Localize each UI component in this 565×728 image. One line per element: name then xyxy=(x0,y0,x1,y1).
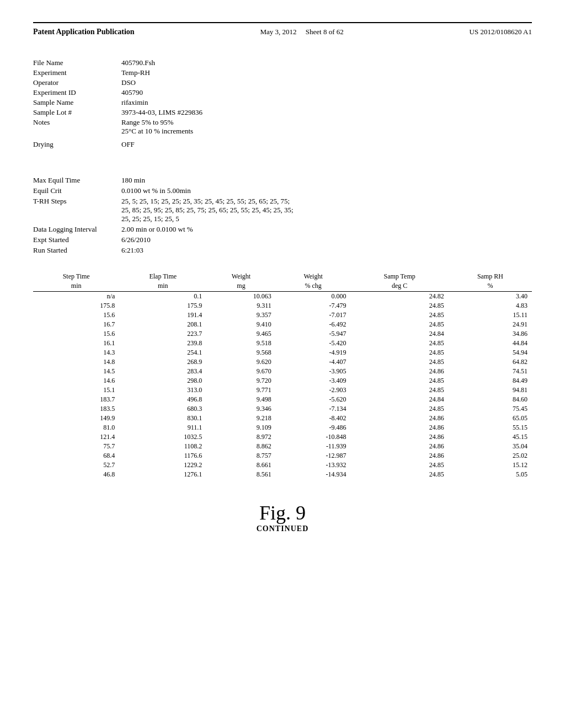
table-cell: 0.000 xyxy=(276,292,351,302)
meta-label-expid: Experiment ID xyxy=(33,88,121,97)
table-cell: 16.1 xyxy=(33,339,119,348)
table-cell: 149.9 xyxy=(33,414,119,423)
col-header-weightchg-1: Weight xyxy=(276,271,351,281)
table-cell: 84.60 xyxy=(449,395,532,404)
table-cell: 10.063 xyxy=(206,292,275,302)
equil-section: Max Equil Time 180 min Equil Crit 0.0100… xyxy=(33,176,532,255)
table-row: 16.1239.89.518-5.42024.8544.84 xyxy=(33,339,532,348)
table-cell: 14.8 xyxy=(33,357,119,367)
table-cell: 9.311 xyxy=(206,301,275,311)
table-cell: 175.8 xyxy=(33,301,119,311)
table-cell: 8.661 xyxy=(206,461,275,470)
trh-line1: 25, 5; 25, 15; 25, 25; 25, 35; 25, 45; 2… xyxy=(121,197,532,206)
table-cell: -3.905 xyxy=(276,367,351,376)
table-cell: 24.86 xyxy=(350,414,448,423)
trh-line3: 25, 25; 25, 15; 25, 5 xyxy=(121,215,532,223)
table-cell: 25.02 xyxy=(449,451,532,461)
figure-caption: Fig. 9 CONTINUED xyxy=(33,501,532,533)
table-cell: 94.81 xyxy=(449,386,532,395)
meta-row-samplename: Sample Name rifaximin xyxy=(33,98,532,107)
equil-row-runstarted: Run Started 6:21:03 xyxy=(33,246,532,255)
table-cell: 24.85 xyxy=(350,470,448,479)
header-center: May 3, 2012 Sheet 8 of 62 xyxy=(260,28,343,36)
table-cell: 45.15 xyxy=(449,432,532,442)
meta-label-experiment: Experiment xyxy=(33,68,121,77)
table-cell: -4.919 xyxy=(276,348,351,357)
table-cell: 8.561 xyxy=(206,470,275,479)
table-cell: 313.0 xyxy=(119,386,206,395)
table-row: 16.7208.19.410-6.49224.8524.91 xyxy=(33,320,532,329)
trh-line2: 25, 85; 25, 95; 25, 85; 25, 75; 25, 65; … xyxy=(121,206,532,215)
table-cell: 24.85 xyxy=(350,311,448,320)
meta-label-drying: Drying xyxy=(33,140,121,149)
page: Patent Application Publication May 3, 20… xyxy=(0,0,565,728)
equil-row-exptstarted: Expt Started 6/26/2010 xyxy=(33,235,532,244)
table-cell: 9.568 xyxy=(206,348,275,357)
table-cell: 65.05 xyxy=(449,414,532,423)
table-cell: 24.86 xyxy=(350,442,448,451)
equil-value-runstarted: 6:21:03 xyxy=(121,246,532,255)
table-cell: 74.51 xyxy=(449,367,532,376)
table-cell: 911.1 xyxy=(119,423,206,432)
table-cell: 24.85 xyxy=(350,461,448,470)
table-cell: 496.8 xyxy=(119,395,206,404)
table-cell: 24.86 xyxy=(350,423,448,432)
table-cell: 9.346 xyxy=(206,404,275,414)
meta-row-operator: Operator DSO xyxy=(33,78,532,87)
table-cell: 81.0 xyxy=(33,423,119,432)
table-cell: 14.3 xyxy=(33,348,119,357)
meta-value-notes: Range 5% to 95% 25°C at 10 % increments xyxy=(121,118,532,136)
equil-value-exptstarted: 6/26/2010 xyxy=(121,235,532,244)
table-row: 15.1313.09.771-2.90324.8594.81 xyxy=(33,386,532,395)
table-cell: 1276.1 xyxy=(119,470,206,479)
col-header-samprh-1: Samp RH xyxy=(449,271,532,281)
equil-label-exptstarted: Expt Started xyxy=(33,235,121,244)
figure-title: Fig. 9 xyxy=(33,501,532,524)
meta-value-drying: OFF xyxy=(121,140,532,149)
meta-row-notes: Notes Range 5% to 95% 25°C at 10 % incre… xyxy=(33,118,532,136)
table-cell: -14.934 xyxy=(276,470,351,479)
table-cell: -2.903 xyxy=(276,386,351,395)
table-cell: -8.402 xyxy=(276,414,351,423)
equil-value-maxtime: 180 min xyxy=(121,176,532,185)
table-cell: 121.4 xyxy=(33,432,119,442)
table-cell: 680.3 xyxy=(119,404,206,414)
table-row: 15.6191.49.357-7.01724.8515.11 xyxy=(33,311,532,320)
col-header-elaptime-2: min xyxy=(119,281,206,292)
equil-label-logging: Data Logging Interval xyxy=(33,225,121,234)
table-cell: -13.932 xyxy=(276,461,351,470)
meta-row-expid: Experiment ID 405790 xyxy=(33,88,532,97)
table-row: 14.5283.49.670-3.90524.8674.51 xyxy=(33,367,532,376)
table-cell: -5.420 xyxy=(276,339,351,348)
table-cell: -5.620 xyxy=(276,395,351,404)
meta-row-samplelot: Sample Lot # 3973-44-03, LIMS #229836 xyxy=(33,108,532,117)
table-cell: 183.7 xyxy=(33,395,119,404)
table-cell: 16.7 xyxy=(33,320,119,329)
table-cell: n/a xyxy=(33,292,119,302)
table-cell: 15.6 xyxy=(33,311,119,320)
table-cell: 15.11 xyxy=(449,311,532,320)
table-cell: 75.45 xyxy=(449,404,532,414)
table-cell: -9.486 xyxy=(276,423,351,432)
col-header-samprh-2: % xyxy=(449,281,532,292)
meta-row-experiment: Experiment Temp-RH xyxy=(33,68,532,77)
table-row: 121.41032.58.972-10.84824.8645.15 xyxy=(33,432,532,442)
table-cell: 9.410 xyxy=(206,320,275,329)
table-cell: 52.7 xyxy=(33,461,119,470)
table-cell: 46.8 xyxy=(33,470,119,479)
table-cell: 24.84 xyxy=(350,329,448,339)
table-row: n/a0.110.0630.00024.823.40 xyxy=(33,292,532,302)
table-cell: 298.0 xyxy=(119,376,206,386)
table-cell: -7.017 xyxy=(276,311,351,320)
notes-line1: Range 5% to 95% xyxy=(121,118,532,127)
meta-value-experiment: Temp-RH xyxy=(121,68,532,77)
table-cell: 9.465 xyxy=(206,329,275,339)
data-table: Step Time Elap Time Weight Weight Samp T… xyxy=(33,271,532,479)
table-cell: 8.757 xyxy=(206,451,275,461)
table-cell: 54.94 xyxy=(449,348,532,357)
table-cell: 14.5 xyxy=(33,367,119,376)
data-table-section: Step Time Elap Time Weight Weight Samp T… xyxy=(33,271,532,479)
equil-label-crit: Equil Crit xyxy=(33,186,121,195)
meta-label-samplename: Sample Name xyxy=(33,98,121,107)
table-cell: 64.82 xyxy=(449,357,532,367)
